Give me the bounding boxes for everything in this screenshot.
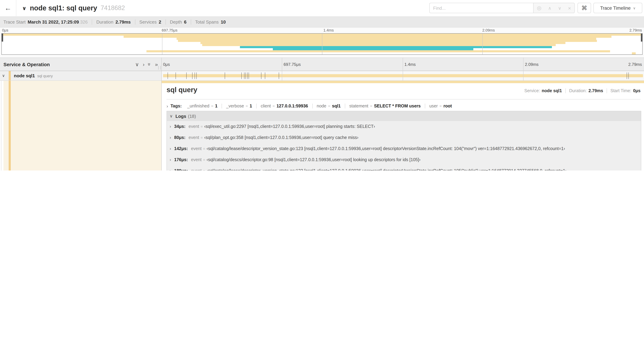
log-field-value: ‹sql/exec_util.go:2297 [nsql1,client=127…	[204, 124, 375, 129]
span-detail-panel: sql query Service: node sql1 Duration: 2…	[162, 83, 644, 171]
prev-result-icon[interactable]: ∧	[548, 5, 552, 11]
minimap-tick-label: 0μs	[2, 28, 8, 32]
page-title: node sql1: sql query	[30, 4, 97, 12]
trace-title-wrap: ∨ node sql1: sql query 7418682	[22, 0, 125, 16]
keyboard-shortcuts-button[interactable]: ⌘	[578, 3, 591, 13]
minimap-span	[240, 46, 552, 48]
tag-key: statement	[349, 104, 368, 109]
span-detail-title: sql query	[166, 86, 197, 94]
meta-divider	[566, 88, 566, 93]
duration-label: Duration:	[569, 88, 587, 93]
tag-key: user	[429, 104, 438, 109]
summary-value-suffix: .326	[79, 20, 88, 25]
span-duration-bar[interactable]	[163, 74, 643, 77]
summary-label: Trace Start	[4, 20, 26, 25]
detail-divider	[166, 99, 640, 100]
log-field-key: event	[191, 157, 202, 162]
collapse-chevron-icon[interactable]: ∨	[22, 5, 26, 11]
column-resizer-handle[interactable]	[158, 66, 161, 70]
ruler-tick-label: 697.75μs	[282, 58, 301, 71]
tags-expand-chevron-icon[interactable]: ›	[166, 103, 168, 109]
log-equals: =	[203, 169, 205, 171]
find-input[interactable]	[429, 3, 533, 13]
clear-search-icon[interactable]: ×	[568, 5, 571, 11]
summary-divider	[92, 20, 92, 25]
log-field-value: ‹sql/plan_opt.go:358 [nsql1,client=127.0…	[204, 135, 358, 140]
ruler-gridline	[282, 58, 282, 81]
timeline-left-column	[0, 81, 161, 171]
collapse-one-icon[interactable]: ∨	[135, 61, 139, 67]
log-row[interactable]: ›142μs:event=‹sql/catalog/lease/descript…	[167, 143, 641, 154]
start-time-value: 0μs	[633, 88, 640, 93]
minimap-span	[146, 50, 610, 52]
minimap-span	[202, 44, 556, 46]
minimap-left-handle[interactable]	[2, 34, 3, 42]
minimap-tick-label: 1.4ms	[324, 28, 334, 32]
trace-timeline-page: ← ∨ node sql1: sql query 7418682 ◎ ∧ ∨ ×…	[0, 0, 644, 171]
minimap-gridline	[482, 34, 482, 54]
next-result-icon[interactable]: ∨	[558, 5, 562, 11]
span-log-mark	[279, 72, 279, 79]
minimap-right-handle[interactable]	[641, 34, 642, 42]
focus-target-icon[interactable]: ◎	[537, 5, 541, 11]
span-row[interactable]: ∨ node sql1 sql query	[0, 71, 644, 81]
tag-value: root	[443, 104, 452, 109]
log-row[interactable]: ›189μs:event=‹sql/catalog/lease/descript…	[167, 165, 641, 171]
logs-header[interactable]: ∨ Logs (18)	[167, 111, 641, 121]
ruler-gridline	[403, 58, 403, 81]
log-row[interactable]: ›80μs:event=‹sql/plan_opt.go:358 [nsql1,…	[167, 132, 641, 143]
log-row[interactable]: ›176μs:event=‹sql/catalog/descs/descript…	[167, 154, 641, 165]
log-expand-chevron-icon[interactable]: ›	[170, 146, 171, 151]
summary-divider	[165, 20, 166, 25]
tags-list: _unfinished=1_verbose=1client=127.0.0.1:…	[183, 104, 456, 109]
log-expand-chevron-icon[interactable]: ›	[170, 124, 171, 129]
logs-collapse-chevron-icon[interactable]: ∨	[170, 114, 173, 119]
summary-label: Duration	[96, 20, 114, 25]
tag-value: SELECT * FROM users	[374, 104, 421, 109]
summary-divider	[135, 20, 135, 25]
collapse-all-icon[interactable]: »	[147, 63, 153, 66]
tag-equals: =	[370, 104, 372, 108]
row-collapse-chevron-icon[interactable]: ∨	[2, 74, 5, 78]
minimap-gridline	[162, 34, 162, 54]
span-row-name-cell[interactable]: ∨ node sql1 sql query	[0, 71, 161, 80]
tag-value: 127.0.0.1:59936	[276, 104, 308, 109]
log-field-key: event	[191, 146, 202, 151]
command-icon: ⌘	[581, 4, 587, 12]
timeline-header: Service & Operation ∨ › » » 0μs 697.75μs…	[0, 58, 644, 71]
column-divider[interactable]	[161, 58, 162, 171]
minimap-gridline	[322, 34, 322, 54]
minimap-canvas[interactable]	[2, 33, 642, 55]
logs-section: ∨ Logs (18) ›34μs:event=‹sql/exec_util.g…	[166, 111, 641, 171]
tag-item: user=root	[425, 104, 456, 109]
tag-equals: =	[328, 104, 330, 108]
service-label: Service:	[524, 88, 540, 93]
log-expand-chevron-icon[interactable]: ›	[170, 135, 171, 140]
log-timestamp: 34μs:	[174, 124, 186, 129]
summary-value: 2.79ms	[116, 20, 131, 25]
tag-key: _verbose	[226, 104, 244, 109]
header-controls: ◎ ∧ ∨ × ⌘ Trace Timeline ∨	[429, 3, 642, 13]
expand-one-icon[interactable]: ›	[143, 61, 144, 67]
tag-value: 1	[215, 104, 218, 109]
span-log-mark	[248, 72, 249, 79]
log-expand-chevron-icon[interactable]: ›	[170, 168, 171, 171]
ruler-gridline	[523, 58, 524, 81]
log-field-key: event	[188, 135, 199, 140]
tags-row[interactable]: › Tags: _unfinished=1_verbose=1client=12…	[166, 102, 640, 110]
span-service-name: node sql1	[14, 73, 35, 78]
span-log-mark	[186, 72, 186, 79]
log-row[interactable]: ›34μs:event=‹sql/exec_util.go:2297 [nsql…	[167, 121, 641, 132]
ruler-tick-label: 1.4ms	[403, 58, 416, 71]
tags-label: Tags:	[170, 104, 182, 109]
span-log-mark	[241, 72, 242, 79]
expand-all-icon[interactable]: »	[155, 61, 158, 67]
logs-list: ›34μs:event=‹sql/exec_util.go:2297 [nsql…	[167, 121, 641, 171]
service-operation-title: Service & Operation	[0, 62, 50, 67]
log-equals: =	[203, 158, 205, 162]
log-expand-chevron-icon[interactable]: ›	[170, 157, 171, 162]
ruler-tick-label: 0μs	[162, 58, 170, 71]
tag-key: _unfinished	[187, 104, 210, 109]
view-selector-dropdown[interactable]: Trace Timeline ∨	[594, 3, 642, 13]
back-button[interactable]: ←	[0, 0, 16, 16]
